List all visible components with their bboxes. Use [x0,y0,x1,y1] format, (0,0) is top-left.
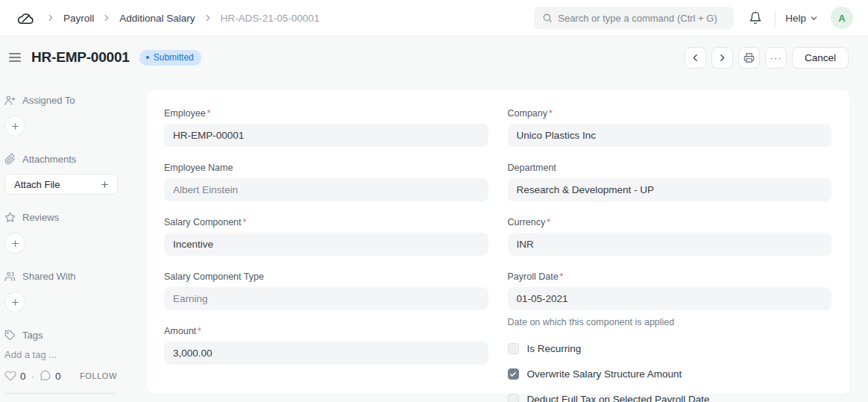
field-employee-name: Employee Name [164,163,488,201]
next-document-button[interactable] [711,47,733,69]
field-company: Company* [508,108,832,147]
checkbox-unchecked-icon[interactable] [508,343,519,354]
amount-label: Amount [164,326,196,336]
checkbox-group: Is Recurring Overwrite Salary Structure … [508,343,832,402]
payroll-date-description: Date on which this component is applied [508,317,832,327]
chevron-down-icon [809,13,819,23]
required-mark: * [207,108,211,119]
follow-button[interactable]: FOLLOW [80,371,117,380]
comment-counter[interactable]: 0 [40,370,61,382]
tag-icon [4,330,16,341]
breadcrumb: Payroll Additional Salary HR-ADS-21-05-0… [16,9,319,28]
user-avatar[interactable]: A [831,7,853,29]
assigned-to-label: Assigned To [22,95,75,106]
currency-input[interactable] [508,233,832,256]
employee-name-label: Employee Name [164,163,488,173]
attachments-label: Attachments [22,154,76,165]
chevron-right-icon [203,13,213,23]
page-title: HR-EMP-00001 [31,49,130,66]
document-sidebar: Assigned To Attachments Attach File Revi… [0,78,147,401]
payroll-date-label: Payroll Date [508,271,559,282]
amount-input[interactable] [164,342,488,365]
star-icon [4,212,16,223]
print-button[interactable] [738,47,760,69]
more-options-button[interactable]: ··· [765,47,787,69]
sidebar-toggle-icon[interactable] [4,48,25,66]
dot-separator: · [31,371,35,382]
paperclip-icon [4,154,16,165]
payroll-date-input[interactable] [508,287,832,310]
assigned-to-section: Assigned To [4,95,117,106]
form-card: Employee* Employee Name Salary Component… [147,90,850,395]
company-label: Company [508,108,548,119]
checkbox-unchecked-icon[interactable] [508,394,519,402]
tags-label: Tags [22,330,43,341]
field-payroll-date: Payroll Date* Date on which this compone… [508,271,832,327]
required-mark: * [198,326,201,336]
required-mark: * [560,271,564,282]
sidebar-footer: 0 · 0 FOLLOW [4,370,117,382]
attach-file-button[interactable]: Attach File [4,174,118,195]
required-mark: * [243,217,247,227]
add-tag-input[interactable]: Add a tag ... [4,349,117,360]
tags-section: Tags [4,330,117,341]
employee-input[interactable] [164,124,488,147]
overwrite-salary-structure-checkbox-row[interactable]: Overwrite Salary Structure Amount [508,368,832,380]
add-review-button[interactable] [4,233,25,254]
deduct-full-tax-checkbox-row[interactable]: Deduct Full Tax on Selected Payroll Date [508,394,832,402]
search-input[interactable] [558,13,726,24]
comment-count: 0 [55,371,61,382]
currency-label: Currency [508,217,546,227]
breadcrumb-payroll[interactable]: Payroll [63,13,94,24]
attach-file-label: Attach File [14,179,60,190]
shared-with-label: Shared With [22,271,76,282]
printer-icon [743,52,755,63]
salary-component-input[interactable] [164,233,488,256]
cancel-button[interactable]: Cancel [792,47,849,69]
breadcrumb-additional-salary[interactable]: Additional Salary [119,13,195,24]
chevron-right-icon [101,13,112,23]
company-input[interactable] [508,124,832,147]
status-dot-icon [146,56,149,59]
deduct-full-tax-label: Deduct Full Tax on Selected Payroll Date [527,394,710,402]
salary-component-type-input[interactable] [164,287,488,310]
global-search[interactable] [534,7,734,29]
top-navbar: Payroll Additional Salary HR-ADS-21-05-0… [0,0,868,37]
plus-icon [10,298,20,307]
users-icon [4,271,16,282]
status-label: Submitted [154,52,194,63]
is-recurring-label: Is Recurring [527,343,582,354]
required-mark: * [549,108,553,119]
is-recurring-checkbox-row[interactable]: Is Recurring [508,343,832,354]
header-actions: ··· Cancel [685,47,849,69]
like-counter[interactable]: 0 [4,370,26,382]
plus-icon [10,122,20,131]
salary-component-label: Salary Component [164,217,242,227]
notifications-bell-icon[interactable] [746,8,765,28]
page-header: HR-EMP-00001 Submitted ··· Cancel [0,37,868,78]
form-grid: Employee* Employee Name Salary Component… [164,108,831,402]
attachments-section: Attachments [4,154,117,165]
employee-name-input[interactable] [164,178,488,201]
like-count: 0 [20,371,26,382]
add-share-button[interactable] [4,292,25,313]
prev-document-button[interactable] [685,47,706,69]
navbar-right: Help A [746,7,853,29]
app-logo-icon[interactable] [16,9,35,28]
field-currency: Currency* [508,217,832,256]
comment-icon [40,370,51,382]
department-input[interactable] [508,178,832,201]
add-assignment-button[interactable] [4,116,25,136]
help-menu[interactable]: Help [785,13,819,24]
field-salary-component-type: Salary Component Type [164,271,488,310]
sidebar-divider [4,393,117,394]
checkbox-checked-icon[interactable] [508,368,519,380]
form-column-left: Employee* Employee Name Salary Component… [164,108,488,402]
breadcrumb-current-doc[interactable]: HR-ADS-21-05-00001 [221,13,320,24]
field-amount: Amount* [164,326,488,365]
field-department: Department [508,163,832,201]
plus-icon [10,239,20,248]
department-label: Department [508,163,832,173]
status-badge: Submitted [139,50,201,66]
reviews-section: Reviews [4,212,117,223]
